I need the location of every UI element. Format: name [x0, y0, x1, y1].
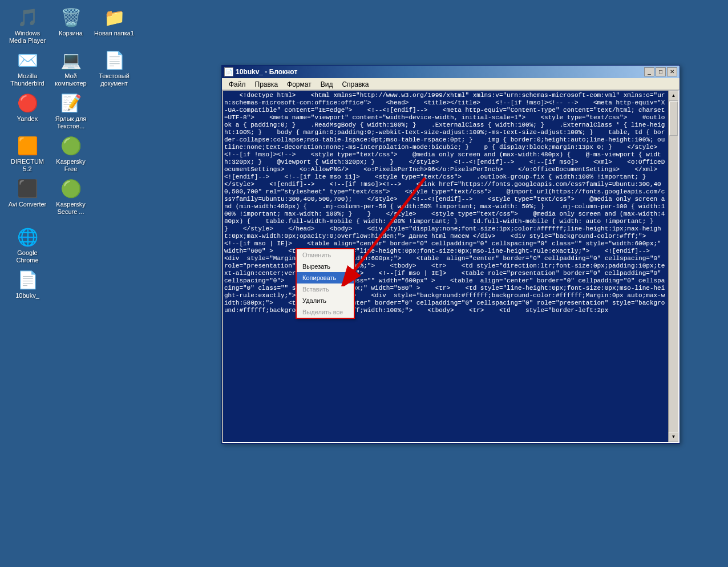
desktop-icon[interactable]: 🎵Windows Media Player — [6, 6, 49, 44]
vertical-scrollbar[interactable]: ▲ ▼ — [668, 91, 678, 442]
desktop-icon[interactable]: 📄10bukv_ — [6, 268, 49, 299]
app-icon: ✉️ — [16, 48, 39, 71]
desktop-icon[interactable]: 🟧DIRECTUM 5.2 — [6, 134, 49, 173]
menu-Формат[interactable]: Формат — [282, 79, 316, 88]
context-menu-item: Вставить — [297, 284, 354, 295]
scroll-thumb[interactable] — [669, 102, 678, 136]
scroll-down-button[interactable]: ▼ — [669, 432, 678, 442]
icon-label: Mozilla Thunderbird — [6, 72, 49, 87]
context-menu-item[interactable]: Удалить — [297, 295, 354, 306]
close-button[interactable]: ✕ — [667, 67, 677, 76]
app-icon: 🌐 — [16, 225, 39, 248]
title-bar[interactable]: 📄 10bukv_ - Блокнот _ □ ✕ — [222, 66, 680, 78]
desktop-icon[interactable]: ✉️Mozilla Thunderbird — [6, 48, 49, 87]
context-menu-item[interactable]: Копировать — [297, 272, 354, 284]
icon-label: Kaspersky Free — [49, 158, 92, 173]
icon-label: Текстовый документ — [92, 72, 136, 87]
desktop-icon[interactable]: ⬛Avi Converter — [6, 177, 49, 208]
notepad-window: 📄 10bukv_ - Блокнот _ □ ✕ ФайлПравкаФорм… — [221, 65, 680, 444]
app-icon: 📄 — [103, 48, 126, 71]
menu-Правка[interactable]: Правка — [250, 79, 283, 88]
desktop-icon[interactable]: 🟢Kaspersky Secure ... — [49, 177, 92, 216]
desktop-icon[interactable]: 💻Мой компьютер — [49, 48, 92, 87]
maximize-button[interactable]: □ — [656, 67, 666, 76]
minimize-button[interactable]: _ — [644, 67, 654, 76]
text-area[interactable]: <!doctype html> <html xmlns="http://www.… — [222, 90, 680, 443]
icon-label: Windows Media Player — [6, 30, 49, 44]
text-content[interactable]: <!doctype html> <html xmlns="http://www.… — [223, 91, 668, 442]
icon-label: Новая папка1 — [92, 30, 136, 37]
icon-label: Ярлык для Текстов... — [49, 115, 92, 130]
desktop-icon[interactable]: 🌐Google Chrome — [6, 225, 49, 264]
icon-label: Yandex — [6, 115, 49, 123]
icon-label: Мой компьютер — [49, 72, 92, 87]
context-menu-item: Выделить все — [297, 306, 354, 318]
desktop-icon[interactable]: 📝Ярлык для Текстов... — [49, 91, 92, 130]
desktop-icon[interactable]: 🟢Kaspersky Free — [49, 134, 92, 173]
app-icon: ⬛ — [16, 177, 39, 200]
desktop-icon[interactable]: 📄Текстовый документ — [92, 48, 136, 87]
menu-Файл[interactable]: Файл — [224, 79, 250, 88]
menu-Вид[interactable]: Вид — [316, 79, 338, 88]
app-icon: 📝 — [59, 91, 82, 114]
app-icon: 💻 — [59, 48, 82, 71]
app-icon: 🗑️ — [59, 6, 82, 29]
icon-label: DIRECTUM 5.2 — [6, 158, 49, 173]
icon-label: Kaspersky Secure ... — [49, 201, 92, 216]
app-icon: 🟧 — [16, 134, 39, 157]
desktop-icon[interactable]: 🔴Yandex — [6, 91, 49, 123]
menu-Справка[interactable]: Справка — [337, 79, 373, 88]
app-icon: 🔴 — [16, 91, 39, 114]
menu-bar: ФайлПравкаФорматВидСправка — [222, 78, 680, 90]
app-icon: 📄 — [16, 268, 39, 291]
context-menu-item[interactable]: Вырезать — [297, 261, 354, 272]
context-menu: ОтменитьВырезатьКопироватьВставитьУдалит… — [296, 248, 355, 319]
notepad-icon: 📄 — [224, 67, 233, 76]
desktop-icon[interactable]: 🗑️Корзина — [49, 6, 92, 37]
app-icon: 📁 — [103, 6, 126, 29]
window-title: 10bukv_ - Блокнот — [236, 68, 644, 76]
scroll-up-button[interactable]: ▲ — [669, 91, 678, 101]
context-menu-item: Отменить — [297, 249, 354, 261]
icon-label: Google Chrome — [6, 249, 49, 264]
icon-label: 10bukv_ — [6, 292, 49, 299]
app-icon: 🟢 — [59, 177, 82, 200]
app-icon: 🟢 — [59, 134, 82, 157]
icon-label: Avi Converter — [6, 201, 49, 208]
desktop-icon[interactable]: 📁Новая папка1 — [92, 6, 136, 37]
app-icon: 🎵 — [16, 6, 39, 29]
icon-label: Корзина — [49, 30, 92, 37]
